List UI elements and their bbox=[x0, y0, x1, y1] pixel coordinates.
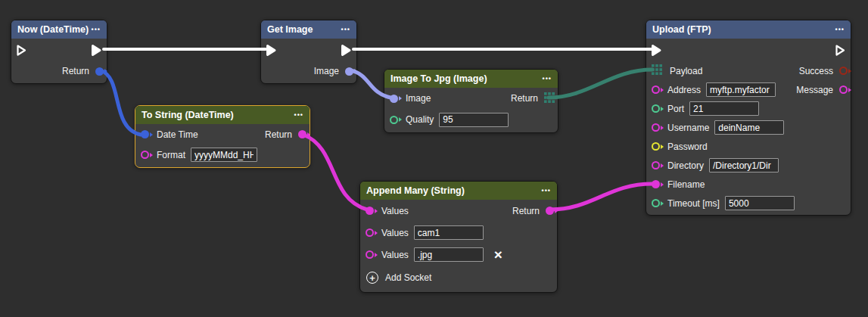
output-socket-success[interactable] bbox=[839, 67, 848, 75]
node-image-to-jpg-header[interactable]: Image To Jpg (Image) ••• bbox=[384, 70, 558, 88]
node-get-image-menu-icon[interactable]: ••• bbox=[341, 26, 350, 33]
socket-row: Directory bbox=[646, 156, 851, 175]
input-label-format: Format bbox=[157, 150, 185, 160]
node-editor-canvas[interactable]: Now (DateTime) ••• Return Get Image ••• bbox=[0, 0, 868, 317]
socket-row: Username bbox=[646, 118, 851, 137]
add-socket-button[interactable]: + Add Socket bbox=[360, 266, 557, 290]
node-to-string-menu-icon[interactable]: ••• bbox=[294, 112, 303, 119]
exec-row bbox=[646, 39, 851, 61]
socket-row: Address Message bbox=[646, 80, 851, 99]
values-1-input[interactable] bbox=[414, 225, 484, 240]
directory-input[interactable] bbox=[709, 158, 779, 172]
input-label-values-0: Values bbox=[381, 206, 409, 216]
node-now-header[interactable]: Now (DateTime) ••• bbox=[11, 20, 107, 39]
quality-input[interactable] bbox=[439, 113, 509, 127]
output-label-return: Return bbox=[265, 129, 292, 140]
node-append-many-title: Append Many (String) bbox=[366, 185, 465, 196]
socket-row: Password bbox=[646, 137, 851, 156]
output-label-image: Image bbox=[314, 66, 339, 76]
input-socket-quality[interactable] bbox=[390, 116, 398, 124]
node-upload-header[interactable]: Upload (FTP) ••• bbox=[646, 20, 851, 39]
output-socket-message[interactable] bbox=[839, 85, 848, 94]
input-socket-values-1[interactable] bbox=[366, 228, 374, 237]
socket-row: Values × bbox=[360, 244, 557, 266]
exec-in-pin[interactable] bbox=[16, 44, 27, 57]
output-label-message: Message bbox=[796, 85, 833, 95]
node-append-many[interactable]: Append Many (String) ••• Values Return V… bbox=[359, 181, 558, 293]
exec-in-pin[interactable] bbox=[266, 44, 277, 57]
exec-row bbox=[11, 39, 107, 61]
wire-string-tostring-to-appendmany[interactable] bbox=[303, 135, 367, 210]
input-label-filename: Filename bbox=[667, 179, 705, 190]
output-group: Success bbox=[799, 66, 851, 76]
socket-row: Date Time Return bbox=[135, 124, 310, 145]
input-socket-username[interactable] bbox=[652, 123, 660, 132]
node-now-menu-icon[interactable]: ••• bbox=[92, 26, 101, 33]
node-upload-menu-icon[interactable]: ••• bbox=[835, 26, 845, 33]
values-2-input[interactable] bbox=[414, 247, 484, 262]
input-label-address: Address bbox=[667, 85, 701, 95]
node-get-image[interactable]: Get Image ••• Image bbox=[260, 20, 357, 84]
node-get-image-title: Get Image bbox=[267, 24, 313, 35]
input-label-timeout: Timeout [ms] bbox=[667, 198, 720, 209]
input-label-date-time: Date Time bbox=[157, 129, 198, 140]
node-image-to-jpg-title: Image To Jpg (Image) bbox=[390, 73, 487, 84]
node-upload-title: Upload (FTP) bbox=[652, 24, 711, 35]
input-label-username: Username bbox=[667, 123, 709, 133]
username-input[interactable] bbox=[714, 120, 784, 135]
input-label-values-2: Values bbox=[381, 250, 409, 260]
socket-row: Quality bbox=[384, 109, 558, 130]
socket-row: Filename bbox=[646, 175, 851, 194]
exec-out-pin[interactable] bbox=[835, 44, 846, 57]
input-socket-values-2[interactable] bbox=[366, 250, 374, 259]
node-upload-ftp[interactable]: Upload (FTP) ••• Payload Success bbox=[646, 20, 851, 216]
exec-out-pin[interactable] bbox=[341, 44, 352, 57]
input-label-image: Image bbox=[406, 93, 431, 104]
remove-socket-icon[interactable]: × bbox=[494, 247, 502, 262]
output-label-return: Return bbox=[62, 66, 89, 76]
input-socket-password[interactable] bbox=[652, 142, 660, 151]
input-socket-format[interactable] bbox=[141, 151, 149, 159]
wire-object-imagetojpg-to-upload-payload[interactable] bbox=[549, 70, 652, 98]
input-label-payload: Payload bbox=[670, 66, 702, 76]
node-to-string[interactable]: To String (DateTime) ••• Date Time Retur… bbox=[135, 105, 310, 168]
input-socket-port[interactable] bbox=[652, 104, 660, 113]
socket-row: Payload Success bbox=[646, 61, 851, 80]
add-socket-label: Add Socket bbox=[385, 272, 431, 283]
node-to-string-title: To String (DateTime) bbox=[142, 110, 234, 120]
node-image-to-jpg[interactable]: Image To Jpg (Image) ••• Image Return Qu… bbox=[384, 69, 558, 133]
input-label-quality: Quality bbox=[406, 114, 434, 125]
socket-row: Values Return bbox=[360, 200, 557, 222]
input-socket-timeout[interactable] bbox=[652, 199, 660, 207]
socket-row: Values bbox=[360, 222, 557, 244]
wire-string-appendmany-to-upload-filename[interactable] bbox=[549, 184, 652, 210]
node-append-many-header[interactable]: Append Many (String) ••• bbox=[360, 182, 557, 200]
node-to-string-header[interactable]: To String (DateTime) ••• bbox=[135, 106, 310, 124]
output-row: Return bbox=[11, 61, 107, 81]
node-image-to-jpg-menu-icon[interactable]: ••• bbox=[543, 76, 552, 82]
input-label-values-1: Values bbox=[381, 228, 409, 238]
format-input[interactable] bbox=[191, 148, 257, 162]
input-label-password: Password bbox=[667, 141, 708, 152]
input-label-port: Port bbox=[667, 104, 684, 114]
output-label-return: Return bbox=[511, 93, 538, 104]
exec-row bbox=[261, 39, 356, 61]
exec-out-pin[interactable] bbox=[91, 44, 102, 57]
node-now-title: Now (DateTime) bbox=[17, 24, 89, 35]
socket-row: Format bbox=[135, 145, 310, 165]
socket-row: Image Return bbox=[384, 88, 558, 109]
socket-row: Port bbox=[646, 99, 851, 118]
port-input[interactable] bbox=[689, 101, 759, 116]
add-socket-plus-icon[interactable]: + bbox=[366, 272, 378, 284]
input-label-directory: Directory bbox=[667, 160, 704, 171]
socket-row: Timeout [ms] bbox=[646, 194, 851, 213]
node-now-datetime[interactable]: Now (DateTime) ••• Return bbox=[11, 20, 107, 84]
input-socket-address[interactable] bbox=[652, 85, 660, 94]
address-input[interactable] bbox=[706, 82, 776, 97]
node-get-image-header[interactable]: Get Image ••• bbox=[261, 20, 356, 39]
node-append-many-menu-icon[interactable]: ••• bbox=[542, 188, 551, 194]
timeout-input[interactable] bbox=[725, 196, 795, 210]
input-socket-directory[interactable] bbox=[652, 161, 660, 169]
output-label-success: Success bbox=[799, 66, 833, 76]
output-group: Message bbox=[796, 85, 851, 95]
